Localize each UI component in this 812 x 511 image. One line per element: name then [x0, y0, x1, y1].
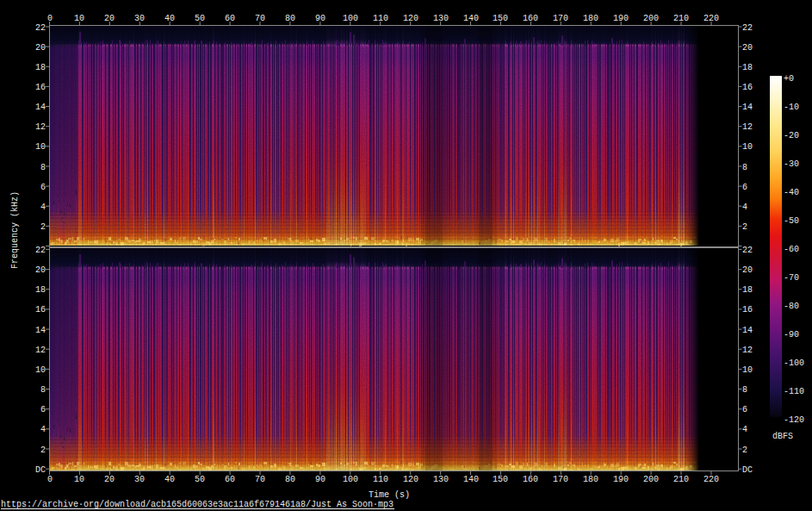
svg-text:170: 170 — [553, 14, 568, 23]
svg-text:14: 14 — [35, 326, 46, 335]
svg-text:-120: -120 — [784, 415, 804, 425]
svg-text:dBFS: dBFS — [772, 432, 793, 441]
svg-text:12: 12 — [742, 122, 753, 132]
svg-text:40: 40 — [164, 14, 175, 23]
svg-text:18: 18 — [35, 285, 46, 295]
svg-text:16: 16 — [742, 83, 753, 92]
svg-text:14: 14 — [742, 326, 753, 335]
svg-text:6: 6 — [742, 183, 747, 192]
svg-text:190: 190 — [613, 475, 629, 484]
svg-text:220: 220 — [704, 14, 719, 23]
svg-text:150: 150 — [493, 475, 508, 484]
svg-text:130: 130 — [433, 14, 449, 23]
svg-text:100: 100 — [343, 14, 358, 23]
svg-text:180: 180 — [583, 475, 598, 484]
svg-text:0: 0 — [47, 475, 53, 484]
svg-text:18: 18 — [742, 63, 753, 72]
svg-text:20: 20 — [742, 265, 753, 275]
svg-text:200: 200 — [643, 14, 659, 23]
svg-text:10: 10 — [74, 14, 84, 23]
svg-text:130: 130 — [433, 475, 449, 484]
svg-text:160: 160 — [523, 475, 538, 484]
svg-text:10: 10 — [35, 142, 46, 152]
svg-text:2: 2 — [742, 222, 747, 232]
svg-text:200: 200 — [643, 475, 659, 484]
svg-text:16: 16 — [742, 305, 753, 315]
svg-text:DC: DC — [742, 465, 753, 475]
svg-text:180: 180 — [583, 14, 598, 23]
svg-text:22: 22 — [35, 246, 46, 255]
svg-text:210: 210 — [673, 475, 689, 484]
svg-text:20: 20 — [35, 265, 46, 275]
svg-text:20: 20 — [35, 43, 46, 53]
svg-text:18: 18 — [35, 63, 46, 72]
svg-text:90: 90 — [315, 475, 325, 484]
svg-text:140: 140 — [463, 475, 479, 484]
svg-text:120: 120 — [403, 14, 418, 23]
svg-text:8: 8 — [742, 385, 747, 395]
svg-text:40: 40 — [164, 475, 175, 484]
svg-text:80: 80 — [285, 14, 295, 23]
svg-text:22: 22 — [35, 23, 46, 33]
svg-text:8: 8 — [742, 163, 747, 172]
svg-text:12: 12 — [35, 346, 46, 355]
svg-text:110: 110 — [373, 475, 388, 484]
svg-text:160: 160 — [523, 14, 538, 23]
svg-text:16: 16 — [35, 83, 46, 92]
svg-text:20: 20 — [104, 475, 115, 484]
svg-text:50: 50 — [195, 475, 205, 484]
svg-text:150: 150 — [493, 14, 508, 23]
svg-text:100: 100 — [343, 475, 358, 484]
svg-text:14: 14 — [35, 103, 46, 112]
svg-text:22: 22 — [742, 23, 753, 33]
svg-text:-110: -110 — [784, 387, 804, 396]
svg-text:70: 70 — [255, 14, 265, 23]
svg-text:8: 8 — [40, 163, 46, 172]
svg-text:10: 10 — [74, 475, 84, 484]
svg-text:+0: +0 — [784, 74, 794, 84]
svg-text:12: 12 — [742, 346, 753, 355]
svg-text:-100: -100 — [784, 358, 804, 368]
svg-text:12: 12 — [35, 122, 46, 132]
svg-text:220: 220 — [704, 475, 719, 484]
svg-text:4: 4 — [742, 425, 747, 434]
svg-text:18: 18 — [742, 285, 753, 295]
svg-text:10: 10 — [742, 365, 753, 375]
svg-text:8: 8 — [40, 385, 46, 395]
svg-text:70: 70 — [255, 475, 265, 484]
svg-text:-90: -90 — [784, 330, 799, 340]
svg-text:10: 10 — [742, 142, 753, 152]
svg-text:22: 22 — [742, 246, 753, 255]
svg-text:90: 90 — [315, 14, 325, 23]
svg-text:2: 2 — [40, 446, 46, 455]
svg-text:Time (s): Time (s) — [369, 490, 410, 500]
svg-text:-20: -20 — [784, 131, 799, 140]
svg-text:-30: -30 — [784, 159, 799, 169]
svg-text:210: 210 — [673, 14, 689, 23]
svg-text:-40: -40 — [784, 188, 799, 197]
svg-text:https://archive·org/download/a: https://archive·org/download/acb165d6006… — [1, 500, 394, 509]
svg-text:120: 120 — [403, 475, 418, 484]
svg-text:DC: DC — [35, 465, 46, 475]
svg-text:14: 14 — [742, 103, 753, 112]
svg-text:60: 60 — [225, 14, 235, 23]
svg-text:4: 4 — [40, 203, 46, 212]
svg-text:-60: -60 — [784, 245, 799, 254]
svg-text:190: 190 — [613, 14, 629, 23]
svg-text:30: 30 — [134, 14, 145, 23]
svg-text:-80: -80 — [784, 302, 799, 311]
svg-text:30: 30 — [134, 475, 145, 484]
svg-text:Frequency (kHz): Frequency (kHz) — [10, 191, 20, 269]
svg-text:6: 6 — [40, 183, 46, 192]
svg-text:50: 50 — [195, 14, 205, 23]
svg-text:10: 10 — [35, 365, 46, 375]
svg-text:60: 60 — [225, 475, 235, 484]
svg-text:-70: -70 — [784, 273, 799, 283]
svg-text:140: 140 — [463, 14, 479, 23]
svg-text:4: 4 — [742, 203, 747, 212]
svg-text:2: 2 — [40, 222, 46, 232]
svg-text:16: 16 — [35, 305, 46, 315]
svg-text:4: 4 — [40, 425, 46, 434]
svg-text:0: 0 — [47, 14, 53, 23]
svg-text:110: 110 — [373, 14, 388, 23]
